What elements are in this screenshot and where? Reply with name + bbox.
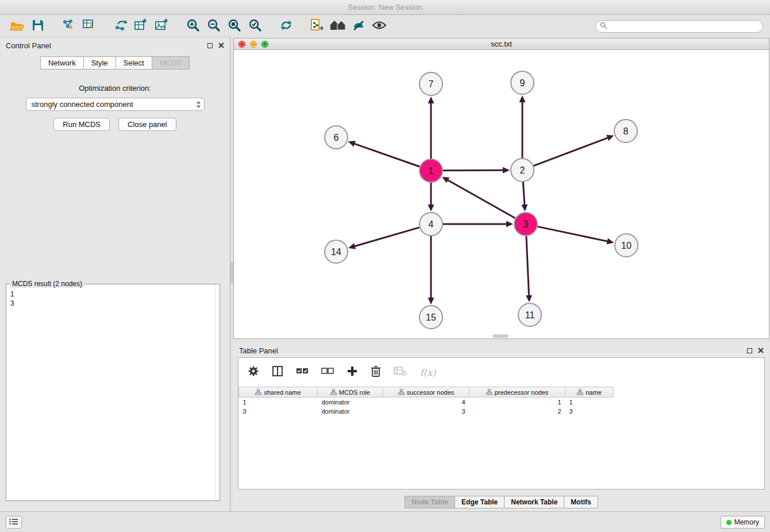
export-image-icon: [155, 18, 170, 34]
unselect-all-columns-icon[interactable]: [321, 367, 334, 377]
refresh-button[interactable]: [276, 17, 297, 36]
select-all-columns-icon[interactable]: [296, 367, 309, 377]
table-cell[interactable]: dominator: [318, 407, 383, 416]
style-brush-button[interactable]: [348, 17, 369, 36]
tab-style[interactable]: Style: [84, 56, 116, 70]
graph-node-1[interactable]: 1: [419, 159, 442, 182]
column-header-mcds-role[interactable]: MCDS role: [318, 387, 383, 398]
home-button[interactable]: [328, 17, 348, 36]
minimize-window-icon[interactable]: −: [250, 41, 257, 48]
svg-text:1: 1: [429, 166, 434, 176]
zoom-fit-button[interactable]: [224, 17, 245, 36]
table-cell[interactable]: 3: [239, 407, 318, 416]
table-panel-header: Table Panel: [233, 342, 769, 358]
table-toolbar: f(x): [238, 358, 764, 387]
graph-edge-1-6[interactable]: [353, 144, 419, 167]
table-cell[interactable]: 3: [565, 407, 614, 416]
task-list-button[interactable]: [6, 516, 22, 529]
table-row[interactable]: 1dominator411: [239, 398, 614, 407]
graph-edge-4-14[interactable]: [354, 228, 419, 246]
open-folder-button[interactable]: [7, 17, 28, 36]
status-bar: Memory: [0, 511, 770, 532]
column-header-label: predecessor nodes: [495, 389, 549, 396]
table-cell[interactable]: 1: [239, 398, 318, 407]
column-header-label: successor nodes: [407, 389, 455, 396]
tab-node-table[interactable]: Node Table: [405, 496, 455, 508]
mcds-result-values: 13: [6, 284, 220, 313]
table-cell[interactable]: dominator: [318, 398, 383, 407]
tab-select[interactable]: Select: [116, 56, 152, 70]
graph-node-7[interactable]: 7: [419, 72, 442, 95]
column-header-shared-name[interactable]: shared name: [239, 387, 318, 398]
criterion-dropdown-value: strongly connected component: [32, 100, 133, 109]
graph-node-11[interactable]: 11: [518, 303, 541, 326]
graph-node-8[interactable]: 8: [614, 119, 637, 142]
search-input[interactable]: [610, 22, 759, 31]
style-brush-icon: [352, 18, 365, 34]
graph-node-9[interactable]: 9: [511, 71, 534, 94]
close-panel-button[interactable]: Close panel: [118, 118, 176, 131]
save-session-button[interactable]: [28, 17, 48, 36]
zoom-in-button[interactable]: [183, 17, 203, 36]
table-cell[interactable]: 4: [383, 398, 469, 407]
tab-network[interactable]: Network: [40, 56, 84, 70]
export-network-button[interactable]: [110, 17, 131, 36]
eye-button[interactable]: [369, 17, 390, 36]
import-network-button[interactable]: [59, 17, 79, 36]
graph-edge-3-1[interactable]: [447, 180, 515, 218]
tab-network-table[interactable]: Network Table: [505, 496, 564, 508]
tab-edge-table[interactable]: Edge Table: [455, 496, 505, 508]
table-row[interactable]: 3dominator323: [239, 407, 614, 416]
tab-motifs[interactable]: Motifs: [564, 496, 598, 508]
zoom-selected-button[interactable]: [245, 17, 265, 36]
delete-table-icon: [394, 366, 407, 379]
graph-edge-3-10[interactable]: [538, 226, 609, 241]
table-cell[interactable]: 1: [565, 398, 614, 407]
export-table-button[interactable]: [131, 17, 152, 36]
search-box[interactable]: [595, 20, 763, 33]
column-header-predecessor-nodes[interactable]: predecessor nodes: [469, 387, 565, 398]
column-header-successor-nodes[interactable]: successor nodes: [383, 387, 469, 398]
svg-text:4: 4: [429, 219, 434, 229]
graph-node-10[interactable]: 10: [615, 234, 638, 257]
close-panel-icon[interactable]: [218, 41, 224, 50]
table-panel-content: f(x) shared nameMCDS rolesuccessor nodes…: [238, 357, 765, 489]
run-mcds-button[interactable]: Run MCDS: [53, 118, 110, 131]
close-table-panel-icon[interactable]: [758, 346, 764, 355]
table-panel: Table Panel f(x) shared nameMCDS rolesuc…: [233, 342, 769, 511]
float-table-panel-icon[interactable]: [747, 348, 752, 353]
graph-edge-2-8[interactable]: [534, 137, 609, 165]
graph-node-2[interactable]: 2: [511, 159, 534, 182]
memory-button[interactable]: Memory: [721, 516, 765, 529]
network-canvas[interactable]: 7968124314101511: [234, 50, 769, 338]
graph-edge-3-11[interactable]: [526, 236, 529, 296]
import-table-button[interactable]: [79, 17, 100, 36]
horizontal-scrollbar[interactable]: [492, 334, 509, 338]
export-image-button[interactable]: [152, 17, 172, 36]
column-header-name[interactable]: name: [565, 387, 614, 398]
graph-node-4[interactable]: 4: [419, 213, 442, 236]
graph-node-15[interactable]: 15: [419, 306, 442, 329]
graph-edge-1-2[interactable]: [443, 170, 504, 171]
graph-node-14[interactable]: 14: [325, 240, 348, 263]
zoom-out-button[interactable]: [203, 17, 224, 36]
table-settings-gear-icon[interactable]: [248, 365, 259, 379]
graph-edge-arrowhead: [428, 205, 434, 211]
delete-column-trash-icon[interactable]: [371, 365, 381, 379]
tab-mcds[interactable]: MCDS: [152, 56, 190, 70]
graph-node-3[interactable]: 3: [514, 213, 537, 236]
graph-edge-2-3[interactable]: [523, 182, 525, 206]
network-document-button[interactable]: [307, 17, 328, 36]
maximize-window-icon[interactable]: +: [261, 41, 268, 48]
graph-node-6[interactable]: 6: [325, 126, 348, 149]
search-icon: [600, 21, 607, 32]
graph-edge-arrowhead: [506, 221, 513, 228]
criterion-dropdown[interactable]: strongly connected component: [26, 98, 205, 111]
table-cell[interactable]: 2: [469, 407, 565, 416]
add-column-icon[interactable]: [346, 365, 358, 379]
table-cell[interactable]: 3: [383, 407, 469, 416]
close-window-icon[interactable]: ×: [238, 41, 245, 48]
show-columns-icon[interactable]: [272, 365, 283, 379]
float-panel-icon[interactable]: [207, 43, 213, 48]
table-cell[interactable]: 1: [469, 398, 565, 407]
